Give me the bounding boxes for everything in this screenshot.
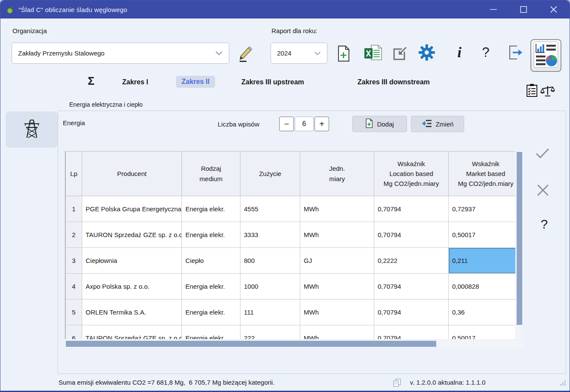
- cell-producent[interactable]: TAURON Sprzedaż GZE sp. z o.o.: [82, 325, 182, 340]
- cell-market[interactable]: 0,50017: [449, 325, 516, 340]
- window-title: "Ślad C" obliczanie śladu węglowego: [18, 6, 127, 13]
- report-view-button[interactable]: [530, 39, 561, 72]
- entries-decrement-button[interactable]: −: [279, 117, 294, 131]
- import-button[interactable]: [392, 46, 408, 62]
- cell-medium[interactable]: Energia elekr.: [182, 299, 240, 325]
- tab-summary[interactable]: Σ: [88, 74, 95, 88]
- electricity-pylon-icon: [23, 118, 41, 141]
- cell-location[interactable]: 0,70794: [374, 196, 449, 222]
- organization-select[interactable]: Zakłady Przemysłu Stalowego: [12, 43, 229, 64]
- help-button[interactable]: ?: [479, 43, 493, 62]
- tab-zakres-3-upstream[interactable]: Zakres III upstream: [241, 78, 304, 86]
- cell-jedn[interactable]: GJ: [300, 248, 374, 274]
- cell-medium[interactable]: Energia elekr.: [182, 196, 240, 222]
- energy-table-viewport: LpProducentRodzaj mediumZużycieJedn. mia…: [65, 151, 515, 339]
- column-header-location[interactable]: Wskaźnik Location based Mg CO2/jedn.miar…: [374, 151, 449, 196]
- maximize-button[interactable]: [514, 3, 533, 16]
- report-year-label: Raport dla roku:: [271, 27, 317, 34]
- cell-market[interactable]: 0,211: [449, 248, 516, 274]
- cell-zuzycie[interactable]: 3333: [240, 222, 300, 248]
- info-button[interactable]: i: [453, 43, 466, 62]
- settings-button[interactable]: [418, 44, 436, 62]
- scales-icon: [539, 84, 556, 99]
- column-header-lp[interactable]: Lp: [66, 151, 82, 196]
- tab-zakres-2[interactable]: Zakres II: [176, 76, 215, 88]
- cell-medium[interactable]: Energia elekr.: [182, 325, 240, 340]
- balance-button[interactable]: [539, 85, 556, 99]
- cell-zuzycie[interactable]: 800: [240, 248, 300, 274]
- entries-increment-button[interactable]: +: [314, 117, 329, 131]
- help-icon: ?: [482, 45, 489, 60]
- horizontal-scrollbar[interactable]: [65, 340, 523, 348]
- cell-market[interactable]: 0,72937: [449, 196, 516, 222]
- change-entry-button[interactable]: Zmień: [411, 116, 464, 132]
- new-report-button[interactable]: [336, 45, 351, 63]
- cell-medium[interactable]: Energia elekr.: [182, 222, 240, 248]
- cell-zuzycie[interactable]: 1000: [240, 274, 300, 299]
- cell-medium[interactable]: Energia elekr.: [182, 274, 240, 299]
- column-header-zuzycie[interactable]: Zużycie: [240, 151, 300, 196]
- cell-location[interactable]: 0,70794: [374, 299, 449, 325]
- column-header-producent[interactable]: Producent: [82, 151, 182, 196]
- checklist-button[interactable]: [525, 84, 538, 99]
- check-icon: [535, 147, 550, 161]
- cell-jedn[interactable]: MWh: [300, 274, 374, 299]
- cell-location[interactable]: 0,2222: [374, 248, 449, 274]
- cell-producent[interactable]: TAURON Sprzedaż GZE sp. z o.o.: [82, 222, 182, 248]
- cell-producent[interactable]: PGE Polska Grupa Energetyczna: [82, 196, 182, 222]
- cell-producent[interactable]: ORLEN Termika S.A.: [82, 299, 182, 325]
- column-header-medium[interactable]: Rodzaj medium: [182, 151, 240, 196]
- cell-lp[interactable]: 4: [66, 274, 82, 299]
- cell-location[interactable]: 0,70794: [374, 325, 449, 340]
- export-excel-button[interactable]: [363, 44, 384, 64]
- table-row: 6TAURON Sprzedaż GZE sp. z o.o.Energia e…: [66, 325, 516, 340]
- vertical-scrollbar-thumb[interactable]: [517, 152, 522, 325]
- report-year-select[interactable]: 2024: [271, 43, 327, 64]
- organization-value: Zakłady Przemysłu Stalowego: [18, 49, 105, 57]
- info-icon: i: [457, 44, 461, 61]
- column-header-jedn[interactable]: Jedn. miary: [300, 151, 374, 196]
- cell-lp[interactable]: 1: [66, 196, 82, 222]
- cell-lp[interactable]: 2: [66, 222, 82, 248]
- panel-title: Energia: [63, 119, 85, 127]
- cell-zuzycie[interactable]: 222: [240, 325, 300, 340]
- minimize-button[interactable]: [484, 3, 503, 16]
- cell-zuzycie[interactable]: 111: [240, 299, 300, 325]
- exit-button[interactable]: [506, 44, 525, 62]
- cell-market[interactable]: 0,50017: [449, 222, 516, 248]
- cell-jedn[interactable]: MWh: [300, 196, 374, 222]
- cell-producent[interactable]: Ciepłownia: [82, 248, 182, 274]
- sidebar-item-energy[interactable]: [6, 111, 58, 148]
- cell-location[interactable]: 0,70794: [374, 222, 449, 248]
- cell-location[interactable]: 0,70794: [374, 274, 449, 299]
- entries-count-input[interactable]: 6: [295, 117, 314, 131]
- edit-organization-button[interactable]: [236, 44, 254, 64]
- column-header-market[interactable]: Wskaźnik Market based Mg CO2/jedn.miary: [449, 151, 516, 196]
- cell-jedn[interactable]: MWh: [300, 299, 374, 325]
- tab-zakres-3-downstream[interactable]: Zakres III downstream: [357, 78, 430, 86]
- cell-producent[interactable]: Axpo Polska sp. z o.o.: [82, 274, 182, 299]
- cell-medium[interactable]: Ciepło: [182, 248, 240, 274]
- confirm-button[interactable]: [534, 147, 551, 161]
- table-row: 3CiepłowniaCiepło800GJ0,22220,211: [66, 248, 516, 274]
- cancel-button[interactable]: [535, 184, 551, 198]
- cell-lp[interactable]: 5: [66, 299, 82, 325]
- close-button[interactable]: [544, 3, 564, 16]
- resize-grip-icon[interactable]: [560, 380, 566, 387]
- exit-icon: [507, 44, 525, 63]
- add-entry-button[interactable]: Dodaj: [352, 116, 407, 132]
- cell-market[interactable]: 0,000828: [449, 274, 516, 299]
- cell-help-button[interactable]: ?: [537, 216, 551, 233]
- cell-jedn[interactable]: MWh: [300, 222, 374, 248]
- cell-market[interactable]: 0,36: [449, 299, 516, 325]
- tab-zakres-1[interactable]: Zakres I: [122, 78, 148, 86]
- chevron-down-icon: [314, 49, 321, 57]
- report-chart-icon: [533, 41, 558, 70]
- cell-jedn[interactable]: MWh: [300, 325, 374, 340]
- copy-pages-icon[interactable]: [393, 378, 401, 389]
- cell-lp[interactable]: 6: [66, 325, 82, 340]
- cell-zuzycie[interactable]: 4555: [240, 196, 300, 222]
- horizontal-scrollbar-thumb[interactable]: [66, 341, 436, 347]
- vertical-scrollbar[interactable]: [516, 151, 523, 339]
- cell-lp[interactable]: 3: [66, 248, 82, 274]
